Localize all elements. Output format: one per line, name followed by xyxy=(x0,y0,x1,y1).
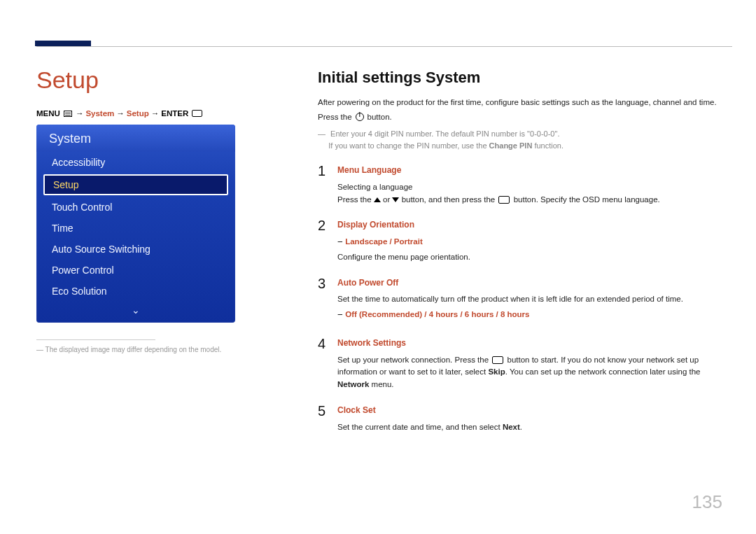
change-pin-label: Change PIN xyxy=(489,141,533,150)
text-a: Set up your network connection. Press th… xyxy=(337,356,489,364)
step-line: Set the time to automatically turn off t… xyxy=(337,293,731,306)
menu-icon xyxy=(64,111,72,117)
step-label: Auto Power Off xyxy=(337,276,731,290)
options-line: ‒ Off (Recommended) / 4 hours / 6 hours … xyxy=(337,309,731,321)
pin-note-main: Enter your 4 digit PIN number. The defau… xyxy=(330,129,559,138)
network-label: Network xyxy=(337,380,369,388)
press-prefix: Press the xyxy=(318,113,352,121)
dash-icon: ― xyxy=(318,129,326,138)
power-icon xyxy=(356,113,364,121)
right-column: Initial settings System After powering o… xyxy=(318,69,731,433)
breadcrumb-seg-system: System xyxy=(85,109,114,118)
system-menu-panel: System Accessibility Setup Touch Control… xyxy=(36,125,235,323)
options: Off (Recommended) / 4 hours / 6 hours / … xyxy=(345,310,529,318)
page-title: Setup xyxy=(36,66,274,94)
breadcrumb-seg-setup: Setup xyxy=(127,109,149,118)
menu-item-power-control[interactable]: Power Control xyxy=(36,260,235,281)
menu-item-accessibility[interactable]: Accessibility xyxy=(36,152,235,173)
menu-item-touch-control[interactable]: Touch Control xyxy=(36,197,235,218)
dash-icon: ‒ xyxy=(337,237,343,246)
footnote-text: The displayed image may differ depending… xyxy=(46,346,222,353)
press-suffix: button. xyxy=(368,113,392,121)
menu-item-auto-source-switching[interactable]: Auto Source Switching xyxy=(36,239,235,260)
breadcrumb-enter-label: ENTER xyxy=(161,109,188,118)
step-label: Display Orientation xyxy=(337,218,731,232)
enter-icon xyxy=(498,196,510,204)
step-2: 2 Display Orientation ‒ Landscape / Port… xyxy=(318,218,731,263)
menu-item-setup[interactable]: Setup xyxy=(43,174,228,195)
step-label: Menu Language xyxy=(337,164,731,177)
step-number: 3 xyxy=(318,276,328,324)
step-line: Selecting a language xyxy=(337,181,731,194)
text-b: . xyxy=(520,423,522,431)
arrow-icon: → xyxy=(151,109,160,118)
section-title: Initial settings System xyxy=(318,69,731,87)
left-column: Setup MENU → System → Setup → ENTER Syst… xyxy=(36,66,274,353)
step-number: 2 xyxy=(318,218,328,263)
step-label: Network Settings xyxy=(337,337,731,350)
step-label: Clock Set xyxy=(337,404,731,417)
clock-line: Set the current date and time, and then … xyxy=(337,421,731,434)
menu-item-time[interactable]: Time xyxy=(36,218,235,239)
step-number: 1 xyxy=(318,164,328,206)
footnote-rule xyxy=(36,339,155,340)
menu-item-eco-solution[interactable]: Eco Solution xyxy=(36,281,235,302)
footnote: ― The displayed image may differ dependi… xyxy=(36,346,274,353)
enter-icon xyxy=(192,110,202,117)
top-rule xyxy=(36,46,732,47)
step-line: Configure the menu page orientation. xyxy=(337,251,731,264)
pin-note-sub-b: function. xyxy=(534,141,564,150)
pin-note: ― Enter your 4 digit PIN number. The def… xyxy=(318,128,731,151)
press-power-line: Press the button. xyxy=(318,113,731,121)
next-label: Next xyxy=(503,423,520,431)
text-d: button. Specify the OSD menu language. xyxy=(514,195,660,204)
dash-icon: ‒ xyxy=(337,310,343,318)
enter-icon xyxy=(492,356,503,364)
text-a: Set the current date and time, and then … xyxy=(337,423,500,431)
network-line: Set up your network connection. Press th… xyxy=(337,354,731,391)
step-number: 4 xyxy=(318,337,328,391)
step-1: 1 Menu Language Selecting a language Pre… xyxy=(318,164,731,206)
step-3: 3 Auto Power Off Set the time to automat… xyxy=(318,276,731,324)
skip-label: Skip xyxy=(488,367,505,376)
page-number: 135 xyxy=(692,491,722,513)
step-number: 5 xyxy=(318,404,328,433)
text-c: button, and then press the xyxy=(402,195,496,204)
text-a: Press the xyxy=(337,195,372,204)
breadcrumb: MENU → System → Setup → ENTER xyxy=(36,109,274,118)
breadcrumb-menu-label: MENU xyxy=(36,109,60,118)
text-c: . You can set up the network connection … xyxy=(505,367,701,376)
triangle-up-icon xyxy=(374,197,381,202)
pin-note-sub-a: If you want to change the PIN number, us… xyxy=(328,141,486,150)
options: Landscape / Portrait xyxy=(345,237,423,246)
step-4: 4 Network Settings Set up your network c… xyxy=(318,337,731,391)
menu-header: System xyxy=(36,125,235,152)
text-b: or xyxy=(383,195,390,204)
intro-text: After powering on the product for the fi… xyxy=(318,97,731,108)
options-line: ‒ Landscape / Portrait xyxy=(337,236,731,248)
arrow-icon: → xyxy=(76,109,84,118)
triangle-down-icon xyxy=(392,197,399,202)
chevron-down-icon[interactable]: ⌄ xyxy=(36,302,235,317)
arrow-icon: → xyxy=(116,109,125,118)
step-5: 5 Clock Set Set the current date and tim… xyxy=(318,404,731,433)
text-d: menu. xyxy=(372,380,394,388)
accent-bar xyxy=(35,41,91,46)
arrow-instruction: Press the or button, and then press the … xyxy=(337,194,731,206)
dash-icon: ― xyxy=(36,346,43,353)
